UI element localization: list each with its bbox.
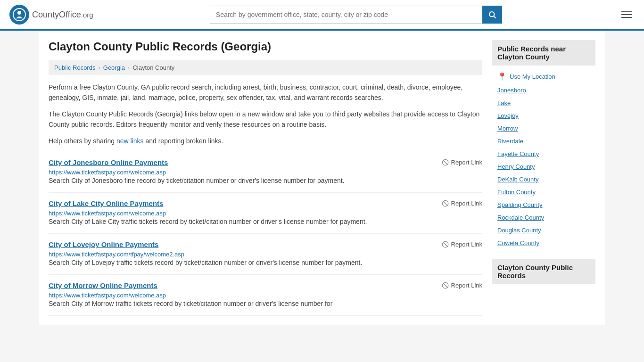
record-title-3[interactable]: City of Morrow Online Payments: [49, 281, 157, 289]
svg-line-7: [443, 201, 447, 206]
breadcrumb: Public Records › Georgia › Clayton Count…: [49, 60, 482, 75]
svg-point-1: [17, 11, 21, 15]
record-url-3[interactable]: https://www.ticketfastpay.com/welcome.as…: [49, 292, 166, 299]
record-desc-0: Search City of Jonesboro fine record by …: [49, 176, 482, 186]
sidebar-link-spalding-county[interactable]: Spalding County: [492, 198, 595, 211]
sidebar-link-coweta-county[interactable]: Coweta County: [492, 237, 595, 249]
sidebar-link-fayette-county[interactable]: Fayette County: [492, 148, 595, 160]
logo-text: CountyOffice.org: [32, 10, 93, 20]
sidebar-link-henry-county[interactable]: Henry County: [492, 160, 595, 173]
sidebar-link-douglas-county[interactable]: Douglas County: [492, 224, 595, 237]
sidebar-link-fulton-county[interactable]: Fulton County: [492, 186, 595, 198]
description-3: Help others by sharing new links and rep…: [49, 136, 482, 146]
record-url-2[interactable]: https://www.ticketfastpay.com/tfpay/welc…: [49, 251, 184, 258]
record-title-2[interactable]: City of Lovejoy Online Payments: [49, 240, 158, 248]
new-links-link[interactable]: new links: [116, 137, 144, 145]
main-container: Clayton County Public Records (Georgia) …: [39, 31, 605, 325]
record-title-1[interactable]: City of Lake City Online Payments: [49, 199, 163, 207]
report-icon-2: [442, 241, 449, 248]
sidebar-bottom-title: Clayton County Public Records: [492, 259, 595, 284]
search-button[interactable]: [482, 6, 502, 24]
description-1: Perform a free Clayton County, GA public…: [49, 82, 482, 103]
description-2: The Clayton County Public Records (Georg…: [49, 109, 482, 130]
breadcrumb-sep-1: ›: [98, 64, 100, 71]
record-header: City of Lake City Online Payments Report…: [49, 199, 482, 207]
breadcrumb-sep-2: ›: [128, 64, 130, 71]
site-header: CountyOffice.org: [0, 0, 644, 31]
svg-line-11: [443, 283, 447, 288]
page-title: Clayton County Public Records (Georgia): [49, 40, 482, 53]
report-icon-0: [442, 159, 449, 166]
record-desc-1: Search City of Lake City traffic tickets…: [49, 217, 482, 227]
logo-suffix: .org: [81, 11, 93, 19]
sidebar-nearby-links: JonesboroLakeLovejoyMorrowRiverdaleFayet…: [492, 84, 595, 249]
record-url-0[interactable]: https://www.ticketfastpay.com/welcome.as…: [49, 169, 166, 176]
use-my-location-label: Use My Location: [510, 73, 555, 80]
menu-bar-3: [621, 17, 632, 18]
sidebar-link-morrow[interactable]: Morrow: [492, 122, 595, 135]
use-my-location-btn[interactable]: 📍 Use My Location: [492, 69, 595, 84]
location-icon: 📍: [497, 72, 507, 81]
svg-point-2: [489, 12, 495, 17]
breadcrumb-county: Clayton County: [132, 64, 174, 71]
report-icon-1: [442, 200, 449, 207]
logo[interactable]: CountyOffice.org: [9, 5, 93, 25]
sidebar-link-lake[interactable]: Lake: [492, 97, 595, 109]
sidebar-near-section: Public Records near Clayton County 📍 Use…: [492, 40, 595, 249]
record-item: City of Morrow Online Payments Report Li…: [49, 275, 482, 316]
sidebar-link-dekalb-county[interactable]: DeKalb County: [492, 173, 595, 186]
search-area: [210, 6, 502, 24]
svg-line-3: [494, 16, 495, 18]
sidebar-link-riverdale[interactable]: Riverdale: [492, 135, 595, 148]
sidebar-near-title: Public Records near Clayton County: [492, 40, 595, 66]
content-area: Clayton County Public Records (Georgia) …: [49, 40, 482, 316]
record-title-0[interactable]: City of Jonesboro Online Payments: [49, 158, 168, 166]
logo-icon: [9, 5, 29, 25]
menu-bar-1: [621, 11, 632, 12]
svg-line-5: [443, 160, 447, 165]
record-item: City of Lovejoy Online Payments Report L…: [49, 234, 482, 275]
record-desc-2: Search City of Lovejoy traffic tickets r…: [49, 258, 482, 268]
breadcrumb-georgia[interactable]: Georgia: [103, 64, 125, 71]
record-item: City of Lake City Online Payments Report…: [49, 193, 482, 234]
sidebar-link-rockdale-county[interactable]: Rockdale County: [492, 211, 595, 224]
record-header: City of Lovejoy Online Payments Report L…: [49, 240, 482, 248]
record-url-1[interactable]: https://www.ticketfastpay.com/welcome.as…: [49, 210, 166, 217]
report-link-2[interactable]: Report Link: [442, 241, 482, 248]
search-input[interactable]: [210, 6, 482, 24]
menu-button[interactable]: [619, 8, 635, 21]
record-desc-3: Search City of Morrow traffic tickets re…: [49, 299, 482, 309]
sidebar-link-jonesboro[interactable]: Jonesboro: [492, 84, 595, 97]
svg-line-9: [443, 242, 447, 247]
report-icon-3: [442, 282, 449, 289]
sidebar-link-lovejoy[interactable]: Lovejoy: [492, 109, 595, 122]
records-list: City of Jonesboro Online Payments Report…: [49, 152, 482, 316]
record-item: City of Jonesboro Online Payments Report…: [49, 152, 482, 193]
record-header: City of Jonesboro Online Payments Report…: [49, 158, 482, 166]
record-header: City of Morrow Online Payments Report Li…: [49, 281, 482, 289]
report-link-0[interactable]: Report Link: [442, 159, 482, 166]
report-link-3[interactable]: Report Link: [442, 282, 482, 289]
sidebar: Public Records near Clayton County 📍 Use…: [492, 40, 595, 316]
report-link-1[interactable]: Report Link: [442, 200, 482, 207]
menu-bar-2: [621, 14, 632, 15]
breadcrumb-public-records[interactable]: Public Records: [54, 64, 95, 71]
